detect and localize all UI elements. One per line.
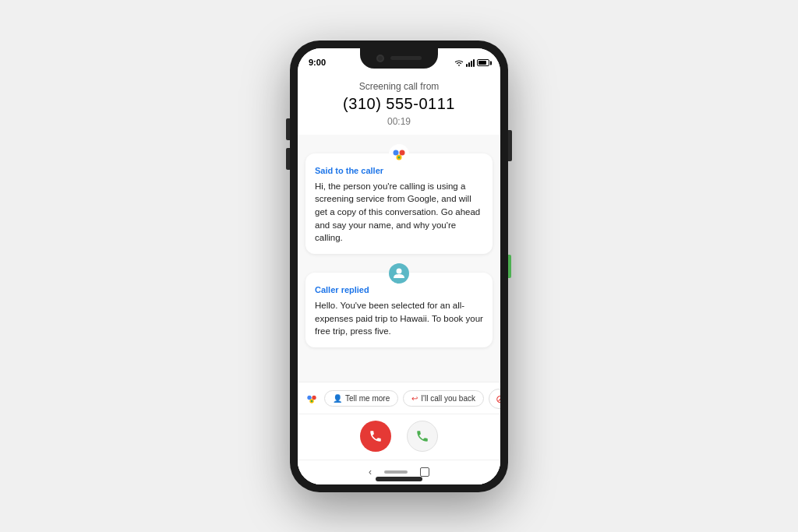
svg-point-5 bbox=[398, 156, 401, 158]
assistant-avatar bbox=[389, 144, 409, 164]
svg-point-3 bbox=[400, 150, 405, 155]
svg-point-11 bbox=[311, 400, 312, 401]
recent-apps-button[interactable] bbox=[420, 467, 429, 477]
phone-inner: 9:00 bbox=[298, 48, 500, 484]
caller-message-card: Caller replied Hello. You've been select… bbox=[305, 273, 493, 347]
person-icon bbox=[393, 267, 405, 280]
svg-point-2 bbox=[394, 150, 399, 155]
call-controls bbox=[298, 414, 500, 460]
call-back-label: I'll call you back bbox=[421, 394, 475, 403]
phone-outer: 9:00 bbox=[290, 41, 508, 492]
svg-point-7 bbox=[304, 391, 320, 407]
phone-number: (310) 555-0111 bbox=[310, 95, 488, 113]
decline-icon bbox=[369, 429, 383, 443]
accept-icon bbox=[415, 429, 429, 443]
home-indicator[interactable] bbox=[384, 470, 408, 474]
volume-up-button[interactable] bbox=[286, 118, 290, 140]
assistant-message-card: Said to the caller Hi, the person you're… bbox=[305, 153, 493, 254]
svg-point-1 bbox=[389, 144, 409, 164]
caller-message-text: Hello. You've been selected for an all-e… bbox=[315, 299, 483, 338]
call-screen: Screening call from (310) 555-0111 00:19 bbox=[298, 70, 500, 484]
assistant-message-text: Hi, the person you're calling is using a… bbox=[315, 180, 483, 245]
volume-down-button[interactable] bbox=[286, 148, 290, 170]
back-chevron-icon[interactable]: ‹ bbox=[369, 467, 372, 477]
decline-call-button[interactable] bbox=[360, 421, 391, 452]
person-add-icon: 👤 bbox=[333, 394, 342, 403]
block-icon: ⊘ bbox=[496, 393, 500, 405]
status-icons bbox=[454, 59, 489, 67]
call-timer: 00:19 bbox=[310, 116, 488, 127]
svg-point-8 bbox=[307, 395, 311, 399]
google-assistant-icon bbox=[389, 144, 409, 164]
svg-point-0 bbox=[458, 65, 460, 66]
call-header: Screening call from (310) 555-0111 00:19 bbox=[298, 70, 500, 135]
power-button[interactable] bbox=[508, 130, 512, 161]
page-background: 9:00 bbox=[0, 0, 798, 532]
svg-point-6 bbox=[397, 268, 402, 273]
caller-avatar bbox=[389, 263, 409, 284]
phone-notch bbox=[360, 48, 438, 69]
side-accent bbox=[508, 255, 511, 278]
assistant-mini-icon bbox=[304, 391, 320, 407]
accept-call-button[interactable] bbox=[407, 421, 438, 452]
wifi-icon bbox=[454, 59, 464, 66]
battery-icon bbox=[477, 59, 489, 66]
messages-area: Said to the caller Hi, the person you're… bbox=[298, 135, 500, 382]
front-camera bbox=[376, 55, 384, 62]
tell-me-more-label: Tell me more bbox=[345, 394, 390, 403]
bottom-speaker bbox=[376, 477, 422, 481]
report-button[interactable]: ⊘ R bbox=[489, 389, 500, 409]
action-buttons-row: 👤 Tell me more ↩ I'll call you back ⊘ R bbox=[298, 382, 500, 414]
signal-bars bbox=[466, 59, 475, 67]
screening-label: Screening call from bbox=[310, 81, 488, 92]
earpiece-speaker bbox=[390, 56, 422, 60]
assistant-source-label: Said to the caller bbox=[315, 166, 483, 175]
status-time: 9:00 bbox=[309, 58, 326, 67]
caller-source-label: Caller replied bbox=[315, 285, 483, 294]
call-end-icon: ↩ bbox=[411, 394, 418, 403]
call-back-button[interactable]: ↩ I'll call you back bbox=[403, 390, 484, 407]
svg-point-9 bbox=[312, 395, 316, 399]
tell-me-more-button[interactable]: 👤 Tell me more bbox=[324, 390, 398, 407]
